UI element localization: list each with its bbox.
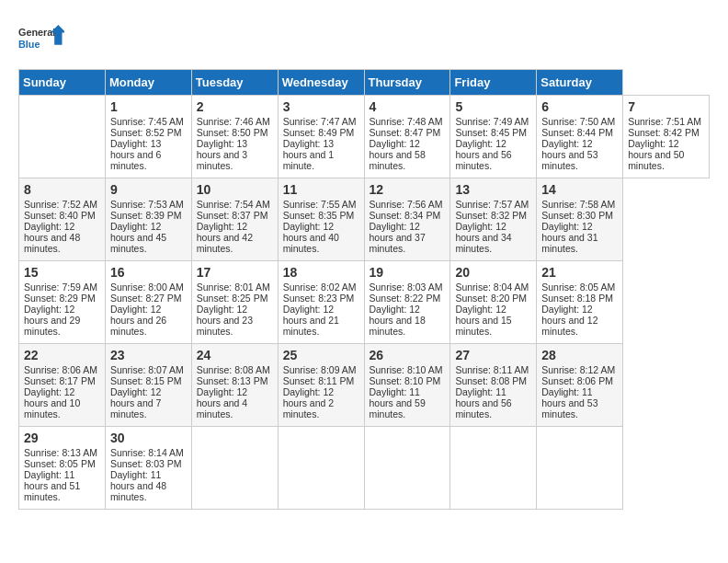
calendar-week-row: 29 Sunrise: 8:13 AM Sunset: 8:05 PM Dayl… (19, 427, 710, 510)
sunset-text: Sunset: 8:11 PM (283, 375, 355, 386)
calendar-day-header: Thursday (364, 70, 450, 96)
calendar-day-cell: 2 Sunrise: 7:46 AM Sunset: 8:50 PM Dayli… (191, 96, 278, 178)
calendar-day-cell: 9 Sunrise: 7:53 AM Sunset: 8:39 PM Dayli… (105, 178, 191, 261)
calendar-header-row: SundayMondayTuesdayWednesdayThursdayFrid… (19, 70, 710, 96)
daylight-label: Daylight: 12 hours and 18 minutes. (370, 304, 426, 337)
daylight-label: Daylight: 12 hours and 48 minutes. (24, 221, 80, 254)
sunrise-text: Sunrise: 7:53 AM (110, 199, 184, 210)
day-number: 19 (370, 265, 446, 280)
day-number: 7 (628, 99, 704, 114)
calendar-day-cell: 21 Sunrise: 8:05 AM Sunset: 8:18 PM Dayl… (537, 261, 623, 344)
sunrise-text: Sunrise: 8:09 AM (283, 364, 357, 375)
sunrise-text: Sunrise: 8:14 AM (110, 447, 184, 458)
sunrise-text: Sunrise: 8:05 AM (541, 282, 615, 293)
daylight-label: Daylight: 12 hours and 53 minutes. (541, 138, 597, 171)
day-number: 15 (24, 265, 100, 280)
daylight-label: Daylight: 12 hours and 56 minutes. (455, 138, 511, 171)
calendar-day-cell: 20 Sunrise: 8:04 AM Sunset: 8:20 PM Dayl… (450, 261, 537, 344)
sunset-text: Sunset: 8:50 PM (197, 127, 268, 138)
calendar-day-header: Wednesday (278, 70, 364, 96)
day-number: 9 (110, 182, 187, 197)
sunset-text: Sunset: 8:52 PM (110, 127, 182, 138)
calendar-day-cell: 30 Sunrise: 8:14 AM Sunset: 8:03 PM Dayl… (105, 427, 191, 510)
daylight-label: Daylight: 12 hours and 4 minutes. (197, 386, 247, 419)
calendar-day-cell: 26 Sunrise: 8:10 AM Sunset: 8:10 PM Dayl… (364, 344, 450, 427)
daylight-label: Daylight: 12 hours and 26 minutes. (110, 304, 166, 337)
daylight-label: Daylight: 13 hours and 6 minutes. (110, 138, 161, 171)
daylight-label: Daylight: 12 hours and 29 minutes. (24, 304, 80, 337)
daylight-label: Daylight: 13 hours and 3 minutes. (197, 138, 247, 171)
day-number: 23 (110, 348, 187, 362)
sunrise-text: Sunrise: 7:48 AM (370, 116, 443, 127)
day-number: 11 (283, 182, 359, 197)
daylight-label: Daylight: 13 hours and 1 minute. (283, 138, 334, 171)
calendar-day-cell: 29 Sunrise: 8:13 AM Sunset: 8:05 PM Dayl… (19, 427, 106, 510)
day-number: 17 (197, 265, 273, 280)
sunset-text: Sunset: 8:39 PM (110, 210, 182, 221)
sunrise-text: Sunrise: 7:45 AM (110, 116, 184, 127)
day-number: 4 (370, 99, 446, 114)
sunrise-text: Sunrise: 7:49 AM (455, 116, 529, 127)
day-number: 21 (541, 265, 618, 280)
day-number: 14 (541, 182, 618, 197)
header: General Blue (18, 18, 710, 60)
calendar-day-cell: 13 Sunrise: 7:57 AM Sunset: 8:32 PM Dayl… (450, 178, 537, 261)
sunset-text: Sunset: 8:37 PM (197, 210, 268, 221)
sunset-text: Sunset: 8:18 PM (541, 293, 613, 304)
daylight-label: Daylight: 12 hours and 34 minutes. (455, 221, 511, 254)
calendar-day-cell: 14 Sunrise: 7:58 AM Sunset: 8:30 PM Dayl… (537, 178, 623, 261)
daylight-label: Daylight: 12 hours and 15 minutes. (455, 304, 511, 337)
daylight-label: Daylight: 12 hours and 7 minutes. (110, 386, 161, 419)
daylight-label: Daylight: 12 hours and 31 minutes. (541, 221, 597, 254)
daylight-label: Daylight: 12 hours and 45 minutes. (110, 221, 166, 254)
sunrise-text: Sunrise: 7:50 AM (541, 116, 615, 127)
calendar-day-cell (364, 427, 450, 510)
sunrise-text: Sunrise: 8:01 AM (197, 282, 270, 293)
sunrise-text: Sunrise: 8:04 AM (455, 282, 529, 293)
daylight-label: Daylight: 12 hours and 50 minutes. (628, 138, 684, 171)
day-number: 18 (283, 265, 359, 280)
day-number: 30 (110, 431, 187, 445)
daylight-label: Daylight: 12 hours and 42 minutes. (197, 221, 253, 254)
calendar-day-cell: 6 Sunrise: 7:50 AM Sunset: 8:44 PM Dayli… (537, 96, 623, 178)
day-number: 16 (110, 265, 187, 280)
sunrise-text: Sunrise: 8:02 AM (283, 282, 357, 293)
day-number: 5 (455, 99, 531, 114)
calendar-day-cell: 24 Sunrise: 8:08 AM Sunset: 8:13 PM Dayl… (191, 344, 278, 427)
calendar-day-cell (278, 427, 364, 510)
daylight-label: Daylight: 12 hours and 12 minutes. (541, 304, 597, 337)
calendar-day-cell: 11 Sunrise: 7:55 AM Sunset: 8:35 PM Dayl… (278, 178, 364, 261)
sunrise-text: Sunrise: 7:56 AM (370, 199, 443, 210)
calendar-day-cell: 3 Sunrise: 7:47 AM Sunset: 8:49 PM Dayli… (278, 96, 364, 178)
calendar-day-header: Saturday (537, 70, 623, 96)
sunset-text: Sunset: 8:06 PM (541, 375, 613, 386)
sunrise-text: Sunrise: 7:59 AM (24, 282, 97, 293)
day-number: 26 (370, 348, 446, 362)
sunrise-text: Sunrise: 8:13 AM (24, 447, 97, 458)
sunset-text: Sunset: 8:22 PM (370, 293, 441, 304)
calendar-week-row: 15 Sunrise: 7:59 AM Sunset: 8:29 PM Dayl… (19, 261, 710, 344)
sunset-text: Sunset: 8:10 PM (370, 375, 441, 386)
calendar-day-cell: 15 Sunrise: 7:59 AM Sunset: 8:29 PM Dayl… (19, 261, 106, 344)
calendar-day-cell: 10 Sunrise: 7:54 AM Sunset: 8:37 PM Dayl… (191, 178, 278, 261)
sunset-text: Sunset: 8:25 PM (197, 293, 268, 304)
calendar-day-cell: 25 Sunrise: 8:09 AM Sunset: 8:11 PM Dayl… (278, 344, 364, 427)
sunset-text: Sunset: 8:32 PM (455, 210, 527, 221)
sunset-text: Sunset: 8:30 PM (541, 210, 613, 221)
day-number: 22 (24, 348, 100, 362)
sunset-text: Sunset: 8:49 PM (283, 127, 355, 138)
calendar-day-cell: 5 Sunrise: 7:49 AM Sunset: 8:45 PM Dayli… (450, 96, 537, 178)
calendar-day-cell: 23 Sunrise: 8:07 AM Sunset: 8:15 PM Dayl… (105, 344, 191, 427)
day-number: 6 (541, 99, 618, 114)
sunset-text: Sunset: 8:40 PM (24, 210, 96, 221)
logo-svg: General Blue (18, 18, 64, 60)
sunset-text: Sunset: 8:27 PM (110, 293, 182, 304)
day-number: 20 (455, 265, 531, 280)
sunrise-text: Sunrise: 7:55 AM (283, 199, 357, 210)
sunrise-text: Sunrise: 8:07 AM (110, 364, 184, 375)
day-number: 27 (455, 348, 531, 362)
svg-text:General: General (18, 27, 55, 38)
day-number: 13 (455, 182, 531, 197)
sunset-text: Sunset: 8:05 PM (24, 458, 96, 469)
sunset-text: Sunset: 8:34 PM (370, 210, 441, 221)
